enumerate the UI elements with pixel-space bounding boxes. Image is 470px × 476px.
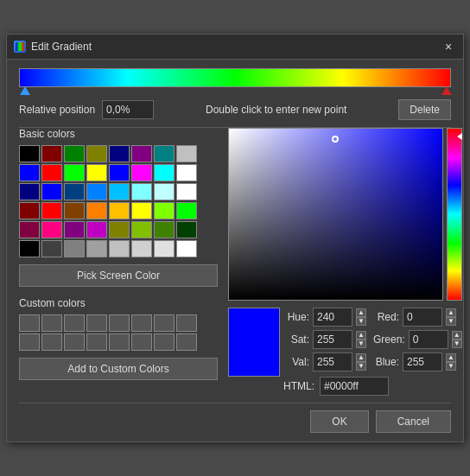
basic-color-swatch-8[interactable] <box>19 164 40 181</box>
hue-spin-up[interactable]: ▲ <box>356 308 366 317</box>
basic-color-swatch-46[interactable] <box>154 240 175 257</box>
custom-color-swatch-0[interactable] <box>19 314 40 332</box>
basic-color-swatch-39[interactable] <box>176 221 197 238</box>
basic-color-swatch-32[interactable] <box>19 221 40 238</box>
custom-color-swatch-8[interactable] <box>19 333 40 351</box>
basic-color-swatch-24[interactable] <box>19 202 40 219</box>
green-spin-down[interactable]: ▼ <box>452 340 462 348</box>
basic-color-swatch-38[interactable] <box>154 221 175 238</box>
pick-screen-color-button[interactable]: Pick Screen Color <box>19 264 218 287</box>
custom-color-swatch-9[interactable] <box>41 333 62 351</box>
basic-color-swatch-45[interactable] <box>131 240 152 257</box>
basic-color-swatch-5[interactable] <box>131 145 152 162</box>
basic-color-swatch-40[interactable] <box>19 240 40 257</box>
gradient-bar[interactable] <box>19 68 451 87</box>
basic-color-swatch-33[interactable] <box>41 221 62 238</box>
basic-color-swatch-10[interactable] <box>64 164 85 181</box>
val-input[interactable] <box>313 352 352 371</box>
hue-cursor <box>443 133 462 140</box>
red-spin-down[interactable]: ▼ <box>446 317 456 326</box>
custom-color-swatch-4[interactable] <box>109 314 130 332</box>
custom-color-swatch-5[interactable] <box>131 314 152 332</box>
basic-color-swatch-12[interactable] <box>109 164 130 181</box>
basic-color-swatch-11[interactable] <box>86 164 107 181</box>
blue-input[interactable] <box>403 352 442 371</box>
basic-color-swatch-30[interactable] <box>154 202 175 219</box>
basic-color-swatch-27[interactable] <box>86 202 107 219</box>
basic-color-swatch-36[interactable] <box>109 221 130 238</box>
basic-color-swatch-22[interactable] <box>154 183 175 200</box>
basic-color-swatch-1[interactable] <box>41 145 62 162</box>
basic-color-swatch-6[interactable] <box>154 145 175 162</box>
basic-color-swatch-42[interactable] <box>64 240 85 257</box>
gradient-marker-left[interactable] <box>20 86 30 95</box>
custom-color-swatch-6[interactable] <box>154 314 175 332</box>
basic-color-swatch-19[interactable] <box>86 183 107 200</box>
cancel-button[interactable]: Cancel <box>376 410 451 433</box>
custom-color-swatch-14[interactable] <box>154 333 175 351</box>
basic-color-swatch-26[interactable] <box>64 202 85 219</box>
basic-color-swatch-29[interactable] <box>131 202 152 219</box>
val-spin-down[interactable]: ▼ <box>356 362 366 371</box>
close-button[interactable]: × <box>441 39 456 54</box>
hue-input[interactable] <box>313 308 352 327</box>
basic-color-swatch-44[interactable] <box>109 240 130 257</box>
hue-slider[interactable] <box>447 128 462 301</box>
blue-spin-down[interactable]: ▼ <box>446 362 456 371</box>
relative-position-input[interactable] <box>102 100 154 119</box>
green-input[interactable] <box>409 330 448 349</box>
basic-color-swatch-9[interactable] <box>41 164 62 181</box>
red-spin-up[interactable]: ▲ <box>446 308 456 317</box>
basic-color-swatch-31[interactable] <box>176 202 197 219</box>
val-spin-up[interactable]: ▲ <box>356 353 366 362</box>
custom-color-swatch-13[interactable] <box>131 333 152 351</box>
custom-color-swatch-10[interactable] <box>64 333 85 351</box>
basic-color-swatch-2[interactable] <box>64 145 85 162</box>
sat-input[interactable] <box>313 330 352 349</box>
basic-color-swatch-28[interactable] <box>109 202 130 219</box>
red-input[interactable] <box>403 308 442 327</box>
custom-color-swatch-2[interactable] <box>64 314 85 332</box>
ok-button[interactable]: OK <box>310 410 368 433</box>
basic-color-swatch-15[interactable] <box>176 164 197 181</box>
sv-gradient <box>229 129 442 300</box>
custom-color-swatch-12[interactable] <box>109 333 130 351</box>
basic-color-swatch-7[interactable] <box>176 145 197 162</box>
hue-spin-down[interactable]: ▼ <box>356 317 366 326</box>
basic-color-swatch-47[interactable] <box>176 240 197 257</box>
basic-color-swatch-17[interactable] <box>41 183 62 200</box>
basic-color-swatch-13[interactable] <box>131 164 152 181</box>
custom-color-swatch-15[interactable] <box>176 333 197 351</box>
custom-color-swatch-3[interactable] <box>86 314 107 332</box>
custom-color-swatch-11[interactable] <box>86 333 107 351</box>
basic-color-swatch-18[interactable] <box>64 183 85 200</box>
double-click-hint: Double click to enter new point <box>161 104 391 116</box>
basic-color-swatch-25[interactable] <box>41 202 62 219</box>
custom-color-swatch-7[interactable] <box>176 314 197 332</box>
basic-color-swatch-37[interactable] <box>131 221 152 238</box>
basic-color-swatch-35[interactable] <box>86 221 107 238</box>
basic-color-swatch-41[interactable] <box>41 240 62 257</box>
val-spinner: ▲ ▼ <box>356 353 366 371</box>
saturation-value-picker[interactable] <box>228 128 443 301</box>
green-spin-up[interactable]: ▲ <box>452 331 462 340</box>
basic-color-swatch-14[interactable] <box>154 164 175 181</box>
basic-color-swatch-4[interactable] <box>109 145 130 162</box>
add-to-custom-colors-button[interactable]: Add to Custom Colors <box>19 358 218 380</box>
blue-label: Blue: <box>373 356 399 368</box>
basic-color-swatch-21[interactable] <box>131 183 152 200</box>
sat-spin-down[interactable]: ▼ <box>356 340 366 348</box>
gradient-marker-right[interactable] <box>441 86 452 95</box>
basic-color-swatch-3[interactable] <box>86 145 107 162</box>
sat-spin-up[interactable]: ▲ <box>356 331 366 340</box>
html-input[interactable] <box>320 377 389 396</box>
basic-color-swatch-23[interactable] <box>176 183 197 200</box>
basic-color-swatch-16[interactable] <box>19 183 40 200</box>
basic-color-swatch-20[interactable] <box>109 183 130 200</box>
custom-color-swatch-1[interactable] <box>41 314 62 332</box>
basic-color-swatch-0[interactable] <box>19 145 40 162</box>
basic-color-swatch-43[interactable] <box>86 240 107 257</box>
blue-spin-up[interactable]: ▲ <box>446 353 456 362</box>
delete-button[interactable]: Delete <box>398 99 451 120</box>
basic-color-swatch-34[interactable] <box>64 221 85 238</box>
